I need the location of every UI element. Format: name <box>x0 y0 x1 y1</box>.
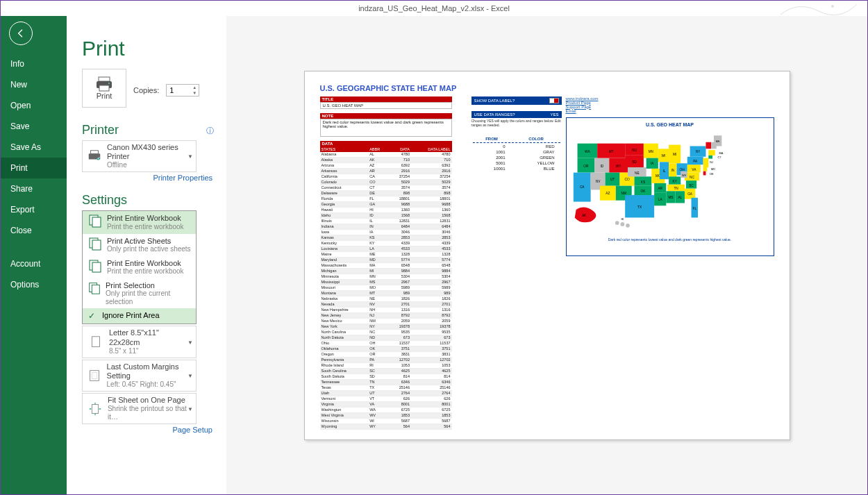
page-icon <box>87 333 105 351</box>
paper-size-dropdown[interactable]: Letter 8.5"x11" 22x28cm8.5" x 11" ▼ <box>82 326 197 358</box>
printer-dropdown[interactable]: Canon MX430 series Printer Offline ▼ <box>82 140 197 172</box>
margins-sub: Left: 0.45" Right: 0.45" <box>107 380 192 389</box>
nav-save-as[interactable]: Save As <box>1 137 67 158</box>
use-ranges-row: USE DATA RANGES? YES <box>471 111 562 118</box>
nav-open[interactable]: Open <box>1 95 67 116</box>
svg-text:NY: NY <box>695 150 700 153</box>
nav-print[interactable]: Print <box>1 158 67 178</box>
svg-text:MD: MD <box>711 167 715 170</box>
print-settings-pane: Print Print Copies: 1 ▲▼ Printer ⓘ <box>67 16 226 494</box>
svg-text:MS: MS <box>668 195 673 199</box>
svg-text:KS: KS <box>640 180 644 183</box>
margins-icon <box>87 367 103 385</box>
paper-sub: 8.5" x 11" <box>109 347 192 355</box>
svg-text:WV: WV <box>681 174 686 177</box>
svg-rect-19 <box>92 404 98 413</box>
print-button-label: Print <box>97 92 112 100</box>
title-header: TITLE <box>320 97 452 102</box>
scale-title: Fit Sheet on One Page <box>108 396 192 405</box>
svg-rect-6 <box>91 151 99 154</box>
svg-rect-106 <box>708 150 715 156</box>
nav-share[interactable]: Share <box>1 178 67 199</box>
svg-rect-100 <box>706 142 711 149</box>
spinner-down-icon[interactable]: ▼ <box>190 90 199 96</box>
svg-text:WI: WI <box>661 153 665 157</box>
nav-account[interactable]: Account <box>1 253 67 274</box>
print-what-dropdown-open[interactable]: Print Entire WorkbookPrint the entire wo… <box>82 210 197 324</box>
printer-icon <box>95 76 113 92</box>
print-what-option[interactable]: Print Entire WorkbookPrint the entire wo… <box>83 256 196 278</box>
sheets-icon <box>87 259 103 273</box>
svg-text:AK: AK <box>581 213 586 217</box>
note-header: NOTE <box>320 113 452 119</box>
svg-rect-11 <box>92 240 101 250</box>
svg-text:AL: AL <box>678 195 682 199</box>
print-what-option[interactable]: Print Entire WorkbookPrint the entire wo… <box>83 211 196 233</box>
page-setup-link[interactable]: Page Setup <box>82 426 212 434</box>
note-value: Dark red color represents lowest value a… <box>320 119 452 137</box>
print-what-option[interactable]: Print Active SheetsOnly print the active… <box>83 234 196 256</box>
copies-spinner[interactable]: 1 ▲▼ <box>166 84 199 97</box>
nav-export[interactable]: Export <box>1 199 67 220</box>
nav-info[interactable]: Info <box>1 53 67 74</box>
ranges-note: Choosing YES will apply the colors and r… <box>471 119 562 127</box>
nav-close[interactable]: Close <box>1 220 67 241</box>
svg-rect-110 <box>703 167 707 171</box>
nav-save[interactable]: Save <box>1 116 67 137</box>
printer-device-icon <box>87 147 103 165</box>
window-title-bar: indzara_US_Geo_Heat_Map_v2.xlsx - Excel <box>1 1 867 16</box>
back-button[interactable] <box>9 22 33 45</box>
svg-text:GA: GA <box>687 192 693 196</box>
printer-properties-link[interactable]: Printer Properties <box>82 174 212 182</box>
print-button[interactable]: Print <box>82 69 126 108</box>
chevron-down-icon: ▼ <box>187 339 193 345</box>
margins-dropdown[interactable]: Last Custom Margins SettingLeft: 0.45" R… <box>82 360 197 392</box>
svg-text:NC: NC <box>690 176 694 179</box>
check-icon: ✓ <box>88 311 98 321</box>
ignore-print-area-option[interactable]: ✓ Ignore Print Area <box>83 308 196 324</box>
svg-text:NE: NE <box>635 171 640 174</box>
print-what-option[interactable]: Print SelectionOnly print the current se… <box>83 278 196 309</box>
backstage-sidebar: InfoNewOpenSaveSave AsPrintShareExportCl… <box>1 16 67 494</box>
svg-rect-108 <box>708 155 712 158</box>
scaling-dropdown[interactable]: Fit Sheet on One PageShrink the printout… <box>82 393 197 424</box>
sheets-icon <box>87 214 103 228</box>
svg-text:MT: MT <box>608 150 613 153</box>
info-icon[interactable]: ⓘ <box>206 126 214 136</box>
chevron-down-icon: ▼ <box>187 405 193 412</box>
svg-rect-16 <box>92 336 99 346</box>
svg-text:SC: SC <box>689 183 694 187</box>
nav-options[interactable]: Options <box>1 274 67 295</box>
scale-sub: Shrink the printout so that it… <box>108 405 192 421</box>
printer-heading: Printer <box>82 123 119 137</box>
svg-rect-9 <box>92 217 101 227</box>
svg-text:ND: ND <box>632 149 637 152</box>
nav-new[interactable]: New <box>1 74 67 95</box>
map-note: Dark red color represents lowest value a… <box>571 237 769 242</box>
svg-point-4 <box>108 83 110 84</box>
svg-text:HI: HI <box>621 218 624 221</box>
svg-text:LA: LA <box>658 197 662 201</box>
flag-icon <box>549 98 559 103</box>
paper-title: Letter 8.5"x11" 22x28cm <box>109 328 192 346</box>
svg-text:ID: ID <box>600 164 603 167</box>
document-title: U.S. GEOGRAPHIC STATE HEAT MAP <box>320 84 774 92</box>
settings-heading: Settings <box>82 193 214 208</box>
show-label-caption: SHOW DATA LABEL? <box>474 99 515 103</box>
svg-text:SD: SD <box>632 160 637 164</box>
svg-text:WA: WA <box>585 150 590 153</box>
svg-text:AR: AR <box>658 187 662 190</box>
svg-point-117 <box>626 224 630 228</box>
spinner-up-icon[interactable]: ▲ <box>190 85 199 90</box>
page-heading: Print <box>82 37 214 60</box>
svg-text:OH: OH <box>679 167 685 171</box>
svg-text:TN: TN <box>674 187 678 190</box>
svg-text:NJ: NJ <box>710 161 713 164</box>
margins-title: Last Custom Margins Setting <box>107 362 192 380</box>
svg-text:MI: MI <box>673 152 676 156</box>
svg-text:UT: UT <box>610 178 614 181</box>
svg-rect-3 <box>99 85 109 91</box>
data-table: STATESABBRDATADATA LABELAlabamaAL4780478… <box>320 146 452 430</box>
svg-text:FL: FL <box>692 206 696 210</box>
preview-link[interactable]: Email <box>566 109 774 113</box>
